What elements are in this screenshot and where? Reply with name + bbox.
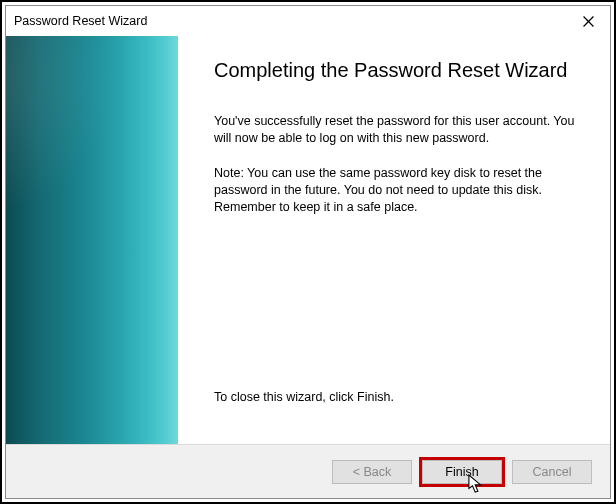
button-row: < Back Finish Cancel: [6, 444, 610, 498]
closing-note: To close this wizard, click Finish.: [214, 390, 586, 404]
page-heading: Completing the Password Reset Wizard: [214, 58, 586, 83]
wizard-window: Password Reset Wizard Completing the Pas…: [5, 5, 611, 499]
window-title: Password Reset Wizard: [14, 14, 147, 28]
body-paragraph-1: You've successfully reset the password f…: [214, 113, 586, 147]
close-icon: [583, 16, 594, 27]
close-button[interactable]: [566, 6, 610, 36]
wizard-sidebar-graphic: [6, 36, 178, 444]
content-area: Completing the Password Reset Wizard You…: [6, 36, 610, 444]
body-paragraph-2: Note: You can use the same password key …: [214, 165, 586, 216]
cancel-button[interactable]: Cancel: [512, 460, 592, 484]
titlebar: Password Reset Wizard: [6, 6, 610, 36]
finish-button[interactable]: Finish: [422, 460, 502, 484]
main-panel: Completing the Password Reset Wizard You…: [178, 36, 610, 444]
back-button[interactable]: < Back: [332, 460, 412, 484]
outer-frame: Password Reset Wizard Completing the Pas…: [0, 0, 616, 504]
